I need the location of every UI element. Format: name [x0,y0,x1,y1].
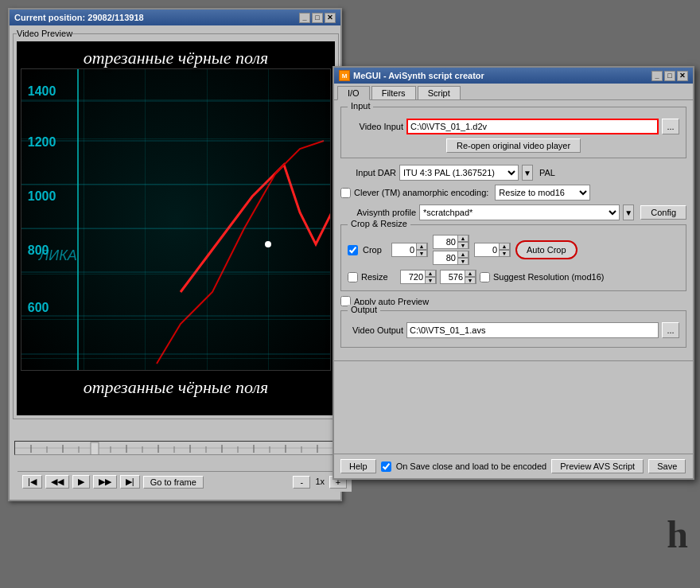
resize-height-down[interactable]: ▼ [465,277,476,284]
crop-row: Crop ▲ ▼ ▲ ▼ [348,235,679,265]
clever-anamorphic-select[interactable]: Resize to mod16 [495,185,590,201]
crop-right-input[interactable] [475,243,499,256]
crop-topbottom-group: ▲ ▼ ▲ ▼ [433,235,469,265]
on-save-label: On Save close and load to be encoded [396,461,547,471]
zoom-level: 1x [312,476,328,489]
output-group-label: Output [348,305,380,314]
avisynth-profile-label: Avisynth profile [340,208,416,217]
crop-left-down[interactable]: ▼ [416,250,427,257]
resize-width-down[interactable]: ▼ [425,277,436,284]
video-input-field[interactable] [406,119,659,134]
crop-top-down[interactable]: ▼ [457,242,469,249]
video-output-field[interactable] [406,322,659,338]
megui-title-text: MeGUI - AviSynth script creator [353,71,484,80]
megui-titlebar: M MeGUI - AviSynth script creator _ □ ✕ [334,68,693,84]
svg-point-7 [265,241,271,247]
crop-bottom-up[interactable]: ▲ [457,251,469,258]
play-btn[interactable]: ▶ [72,475,90,489]
crop-top-input[interactable] [434,236,457,248]
crop-right-arrows: ▲ ▼ [499,243,510,257]
resize-width-up[interactable]: ▲ [425,270,436,277]
next-btn[interactable]: ▶▶ [93,475,117,489]
crop-checkbox[interactable] [348,245,358,255]
crop-bottom-down[interactable]: ▼ [457,258,469,265]
crop-left-up[interactable]: ▲ [416,243,427,250]
resize-height-spinbox: ▲ ▼ [440,270,476,284]
crop-top-up[interactable]: ▲ [457,235,469,242]
input-dar-row: Input DAR ITU 4:3 PAL (1.367521) ▼ PAL [340,165,686,181]
pal-label: PAL [539,168,555,177]
resize-width-arrows: ▲ ▼ [425,270,436,284]
close-btn[interactable]: ✕ [325,13,336,23]
resize-height-arrows: ▲ ▼ [465,270,476,284]
skip-end-btn[interactable]: ▶| [120,475,140,489]
preview-avs-script-btn[interactable]: Preview AVS Script [551,459,644,473]
tab-io[interactable]: I/O [337,86,370,100]
prev-btn[interactable]: ◀◀ [45,475,69,489]
crop-resize-group: Crop & Resize Crop ▲ ▼ [340,224,686,291]
resize-label: Resize [361,272,397,282]
tab-script[interactable]: Script [418,86,461,99]
video-image-area: 1400 1200 1000 800 600 [21,68,331,371]
suggest-resolution-checkbox[interactable] [480,272,490,282]
crop-right-spinbox: ▲ ▼ [474,243,511,257]
auto-crop-btn[interactable]: Auto Crop [515,240,578,259]
help-btn[interactable]: Help [340,459,376,473]
input-dar-select[interactable]: ITU 4:3 PAL (1.367521) [399,165,519,181]
crop-top-spinbox: ▲ ▼ [433,235,469,249]
skip-start-btn[interactable]: |◀ [22,475,42,489]
resize-height-input[interactable] [441,271,465,283]
video-svg-overlay: ЛИКА [21,69,330,370]
crop-right-down[interactable]: ▼ [499,250,510,257]
resize-height-up[interactable]: ▲ [465,270,476,277]
go-to-frame-btn[interactable]: Go to frame [143,476,204,489]
output-group: Output Video Output ... [340,310,686,348]
video-preview-controls: _ □ ✕ [299,13,336,23]
avisynth-profile-select[interactable]: *scratchpad* [419,204,620,220]
crop-right-up[interactable]: ▲ [499,243,510,250]
video-preview-title: Current position: 29082/113918 [14,13,144,22]
input-group: Input Video Input ... Re-open original v… [340,107,686,158]
corner-h-decoration: h [667,512,688,556]
video-preview-window: Current position: 29082/113918 _ □ ✕ Vid… [8,8,342,501]
video-canvas: отрезанные чёрные поля [17,41,335,415]
zoom-minus-btn[interactable]: - [293,476,310,489]
save-btn[interactable]: Save [648,459,686,473]
maximize-btn[interactable]: □ [312,13,323,23]
megui-bottom-bar: Help On Save close and load to be encode… [334,454,693,478]
megui-close-btn[interactable]: ✕ [677,71,688,81]
video-output-browse-btn[interactable]: ... [662,322,679,338]
text-overlay-top: отрезанные чёрные поля [84,48,269,68]
video-output-row: Video Output ... [348,322,679,338]
video-bg: 1400 1200 1000 800 600 [21,69,330,370]
resize-width-input[interactable] [401,271,425,283]
megui-minimize-btn[interactable]: _ [651,71,663,81]
video-input-browse-btn[interactable]: ... [662,119,679,134]
ruler-svg [15,442,335,455]
megui-icon: M [339,70,350,81]
apply-auto-preview-row: Apply auto Preview [340,296,686,306]
tab-io-content: Input Video Input ... Re-open original v… [334,99,693,360]
megui-win-controls: _ □ ✕ [651,71,688,81]
megui-status-bar [334,360,693,372]
profile-dropdown-arrow[interactable]: ▼ [623,204,634,220]
dar-dropdown-arrow[interactable]: ▼ [522,165,533,181]
tab-filters[interactable]: Filters [371,86,416,99]
crop-left-arrows: ▲ ▼ [416,243,427,257]
resize-width-spinbox: ▲ ▼ [400,270,437,284]
on-save-checkbox[interactable] [381,461,391,472]
tabs-bar: I/O Filters Script [334,84,693,99]
avisynth-profile-row: Avisynth profile *scratchpad* ▼ Config [340,204,686,220]
crop-bottom-input[interactable] [434,251,457,264]
config-btn[interactable]: Config [640,205,686,220]
crop-bottom-arrows: ▲ ▼ [457,251,469,265]
text-overlay-bottom: отрезанные чёрные поля [84,377,269,398]
clever-anamorphic-checkbox[interactable] [340,188,351,198]
crop-left-input[interactable] [392,243,416,256]
timeline-ruler[interactable] [14,441,336,455]
minimize-btn[interactable]: _ [299,13,310,23]
resize-checkbox[interactable] [348,272,358,282]
reopen-video-btn[interactable]: Re-open original video player [446,138,581,153]
crop-resize-label: Crop & Resize [348,219,410,228]
megui-maximize-btn[interactable]: □ [664,71,675,81]
